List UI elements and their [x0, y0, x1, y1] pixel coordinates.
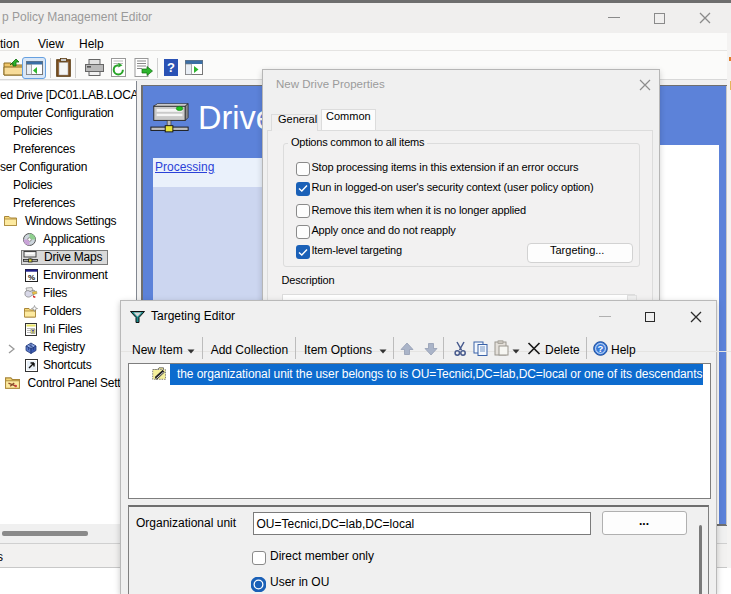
svg-text:%: % [28, 273, 35, 282]
svg-text:?: ? [598, 343, 604, 354]
